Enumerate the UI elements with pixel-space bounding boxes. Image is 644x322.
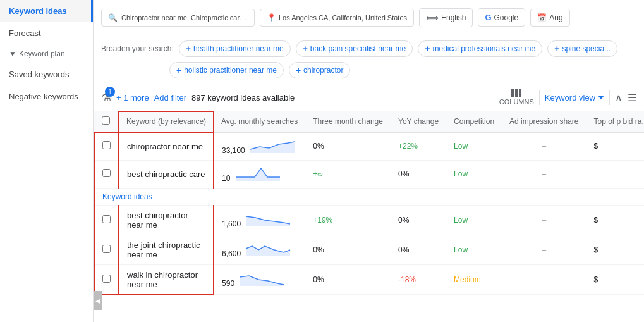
search-box[interactable]: 🔍 Chiropractor near me, Chiropractic car… bbox=[101, 9, 255, 27]
svg-marker-2 bbox=[246, 216, 290, 226]
ad-impression-cell: – bbox=[502, 264, 586, 295]
table-row[interactable]: chiropractor near me 33,100 0% +22% Low … bbox=[94, 132, 644, 160]
collapse-button[interactable]: ∧ bbox=[615, 92, 623, 104]
yoy-cell: 0% bbox=[391, 205, 446, 235]
competition-value: Low bbox=[454, 216, 468, 225]
avg-monthly-cell: 6,600 bbox=[214, 235, 305, 264]
chip-label: chiropractor bbox=[303, 66, 343, 75]
location-box[interactable]: 📍 Los Angeles CA, California, United Sta… bbox=[260, 9, 414, 27]
sidebar-item-keyword-ideas[interactable]: Keyword ideas bbox=[0, 0, 93, 22]
chip-label: back pain specialist near me bbox=[310, 44, 406, 53]
main-content: 🔍 Chiropractor near me, Chiropractic car… bbox=[94, 0, 644, 322]
keyword-view-button[interactable]: Keyword view bbox=[545, 93, 604, 102]
select-all-checkbox[interactable] bbox=[102, 116, 110, 125]
row-checkbox[interactable] bbox=[102, 169, 111, 177]
ideas-count: 897 keyword ideas available bbox=[191, 93, 494, 102]
calendar-icon: 📅 bbox=[537, 13, 547, 22]
svg-marker-4 bbox=[240, 276, 284, 286]
header-bar: 🔍 Chiropractor near me, Chiropractic car… bbox=[94, 0, 644, 35]
competition-value: Low bbox=[454, 142, 468, 151]
chip-spine[interactable]: + spine specia... bbox=[547, 40, 617, 57]
chip-holistic[interactable]: + holistic practitioner near me bbox=[169, 62, 284, 78]
top-bid-value: $ bbox=[593, 275, 598, 284]
table-container: Keyword (by relevance) Avg. monthly sear… bbox=[94, 111, 644, 322]
scroll-left-handle[interactable]: ◀ bbox=[94, 291, 102, 310]
keyword-cell: best chiropractic care bbox=[119, 160, 214, 188]
chip-label: spine specia... bbox=[562, 44, 611, 53]
add-filter-button[interactable]: Add filter bbox=[154, 93, 186, 102]
table-row[interactable]: best chiropractic care 10 +∞ 0% Low – bbox=[94, 160, 644, 188]
avg-monthly-cell: 1,600 bbox=[214, 205, 305, 235]
th-three-month: Three month change bbox=[305, 111, 391, 132]
top-bid-value: $ bbox=[593, 216, 598, 225]
keyword-cell: best chiropractor near me bbox=[119, 205, 214, 235]
row-checkbox[interactable] bbox=[102, 141, 111, 149]
yoy-value: 0% bbox=[398, 245, 409, 254]
chip-plus-icon: + bbox=[425, 44, 430, 54]
top-bid-cell bbox=[586, 160, 644, 188]
sidebar-item-forecast[interactable]: Forecast bbox=[0, 22, 93, 44]
ad-impression-cell: – bbox=[502, 132, 586, 160]
row-checkbox[interactable] bbox=[102, 215, 111, 223]
chevron-down-icon bbox=[598, 96, 604, 99]
columns-label: COLUMNS bbox=[499, 98, 534, 106]
competition-value: Medium bbox=[454, 275, 481, 284]
table-row[interactable]: the joint chiropractic near me 6,600 0% … bbox=[94, 235, 644, 264]
search-text: Chiropractor near me, Chiropractic care … bbox=[121, 14, 248, 22]
row-checkbox[interactable] bbox=[102, 275, 111, 283]
date-box[interactable]: 📅 Aug bbox=[530, 9, 569, 27]
avg-monthly-cell: 10 bbox=[214, 160, 305, 188]
th-top-bid: Top of p bid ra... bbox=[586, 111, 644, 132]
chevron-down-icon: ▼ bbox=[9, 49, 16, 58]
language-text: English bbox=[441, 13, 466, 22]
th-checkbox bbox=[94, 111, 119, 132]
chip-chiropractor[interactable]: + chiropractor bbox=[289, 62, 351, 78]
top-bid-cell: $ bbox=[586, 205, 644, 235]
avg-monthly-value: 33,100 bbox=[222, 146, 245, 155]
sidebar-section-keyword-plan[interactable]: ▼ Keyword plan bbox=[0, 44, 93, 63]
chip-health-practitioner[interactable]: + health practitioner near me bbox=[179, 40, 291, 57]
svg-marker-1 bbox=[236, 168, 280, 181]
columns-button[interactable]: COLUMNS bbox=[499, 89, 534, 106]
avg-monthly-value: 1,600 bbox=[222, 220, 241, 228]
broaden-bar: Broaden your search: + health practition… bbox=[94, 35, 644, 84]
table-row[interactable]: best chiropractor near me 1,600 +19% 0% … bbox=[94, 205, 644, 235]
ad-impression-value: – bbox=[542, 216, 546, 225]
search-icon: 🔍 bbox=[108, 13, 118, 22]
table-header-row: Keyword (by relevance) Avg. monthly sear… bbox=[94, 111, 644, 132]
avg-monthly-value: 10 bbox=[222, 174, 230, 183]
yoy-value: +22% bbox=[398, 142, 418, 151]
th-ad-impression: Ad impression share bbox=[502, 111, 586, 132]
search-engine-text: Google bbox=[494, 13, 519, 22]
search-engine-box[interactable]: G Google bbox=[478, 8, 525, 27]
more-link[interactable]: + 1 more bbox=[116, 93, 149, 102]
sidebar-item-saved-keywords[interactable]: Saved keywords bbox=[0, 63, 93, 85]
sidebar-item-negative-keywords[interactable]: Negative keywords bbox=[0, 85, 93, 108]
row-checkbox[interactable] bbox=[102, 245, 111, 253]
ad-impression-value: – bbox=[542, 142, 546, 151]
filter-badge: 1 bbox=[105, 87, 115, 97]
language-box[interactable]: ⟺ English bbox=[419, 8, 473, 27]
yoy-cell: 0% bbox=[391, 235, 446, 264]
top-bid-value: $ bbox=[593, 142, 598, 151]
top-bid-value: $ bbox=[593, 245, 598, 254]
chip-plus-icon: + bbox=[186, 44, 191, 54]
sidebar: Keyword ideas Forecast ▼ Keyword plan Sa… bbox=[0, 0, 94, 322]
three-month-cell: +19% bbox=[305, 205, 391, 235]
filter-icon-wrap[interactable]: ⚗ 1 bbox=[101, 90, 111, 104]
keyword-text: walk in chiropractor near me bbox=[127, 270, 198, 289]
location-icon: 📍 bbox=[267, 13, 276, 22]
three-month-value: 0% bbox=[313, 245, 324, 254]
competition-cell: Low bbox=[446, 235, 502, 264]
chip-medical-professionals[interactable]: + medical professionals near me bbox=[418, 40, 542, 57]
arrow-left-icon: ◀ bbox=[95, 297, 100, 304]
competition-cell: Low bbox=[446, 132, 502, 160]
table-row[interactable]: walk in chiropractor near me 590 0% -18%… bbox=[94, 264, 644, 295]
chip-back-pain[interactable]: + back pain specialist near me bbox=[296, 40, 413, 57]
table-row: Keyword ideas bbox=[94, 188, 644, 205]
ad-impression-cell: – bbox=[502, 205, 586, 235]
yoy-cell: +22% bbox=[391, 132, 446, 160]
keyword-cell: chiropractor near me bbox=[119, 132, 214, 160]
chip-label: holistic practitioner near me bbox=[184, 66, 277, 75]
expand-button[interactable]: ☰ bbox=[628, 92, 636, 104]
